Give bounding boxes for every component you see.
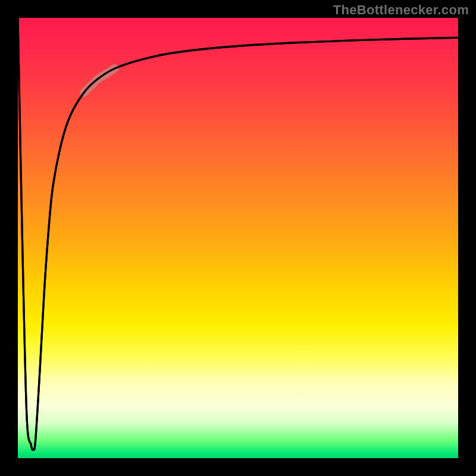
- watermark-text: TheBottlenecker.com: [333, 2, 469, 18]
- curve-svg: [18, 18, 458, 458]
- plot-area: [18, 18, 458, 458]
- bottleneck-curve-path: [18, 18, 458, 450]
- bottleneck-curve-path-top: [18, 18, 458, 450]
- highlight-segment: [84, 68, 115, 93]
- chart-frame: TheBottlenecker.com: [0, 0, 476, 476]
